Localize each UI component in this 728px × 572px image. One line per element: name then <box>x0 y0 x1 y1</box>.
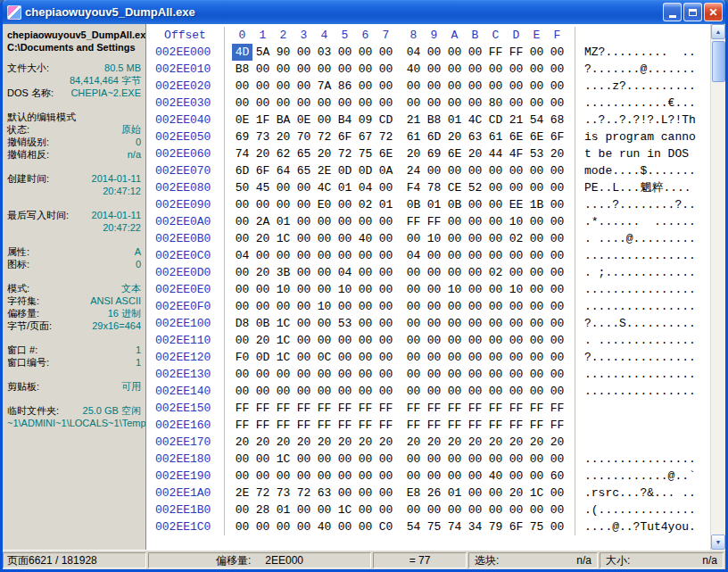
hex-byte[interactable]: 73 <box>252 128 273 145</box>
hex-byte[interactable]: 61 <box>485 128 506 145</box>
hex-byte[interactable]: FF <box>376 417 396 434</box>
hex-byte[interactable]: 00 <box>232 264 252 281</box>
hex-byte[interactable]: 40 <box>355 230 376 247</box>
hex-row-ascii[interactable]: ................ <box>575 383 710 400</box>
hex-byte[interactable]: 0B <box>444 196 465 213</box>
hex-byte[interactable]: 00 <box>547 44 567 61</box>
hex-byte[interactable]: 00 <box>424 468 444 485</box>
hex-byte[interactable]: E0 <box>314 196 335 213</box>
hex-byte[interactable]: 00 <box>485 230 506 247</box>
hex-byte[interactable]: 00 <box>252 468 273 485</box>
hex-row-ascii[interactable]: . ....@......... <box>575 230 710 247</box>
hex-byte[interactable]: 00 <box>403 451 424 468</box>
hex-byte[interactable]: 00 <box>547 78 567 95</box>
hex-byte[interactable]: 1C <box>273 332 294 349</box>
hex-byte[interactable]: 10 <box>506 213 526 230</box>
hex-byte[interactable]: 00 <box>485 61 506 78</box>
hex-byte[interactable]: 20 <box>273 434 294 451</box>
hex-byte[interactable]: 00 <box>526 61 547 78</box>
hex-byte[interactable]: 00 <box>273 383 294 400</box>
hex-byte[interactable]: 00 <box>506 95 526 112</box>
hex-byte[interactable]: 00 <box>232 518 252 535</box>
hex-byte[interactable]: 01 <box>273 213 294 230</box>
hex-byte[interactable]: 00 <box>273 196 294 213</box>
hex-row-ascii[interactable]: MZ?......... .. <box>575 44 710 61</box>
scrollbar-thumb[interactable] <box>712 41 725 82</box>
hex-byte[interactable]: 00 <box>424 44 444 61</box>
hex-byte[interactable]: FF <box>526 417 547 434</box>
hex-byte[interactable]: 28 <box>252 502 273 518</box>
hex-byte[interactable]: 10 <box>273 281 294 298</box>
hex-byte[interactable]: 04 <box>355 179 376 196</box>
hex-byte[interactable]: 00 <box>424 162 444 179</box>
hex-byte[interactable]: 00 <box>506 162 526 179</box>
hex-byte[interactable]: 00 <box>485 196 506 213</box>
hex-byte[interactable]: 4F <box>506 145 526 162</box>
hex-byte[interactable]: 00 <box>465 264 485 281</box>
hex-row-ascii[interactable]: ............@..` <box>575 468 710 485</box>
hex-byte[interactable]: 00 <box>376 451 396 468</box>
hex-byte[interactable]: 00 <box>444 44 465 61</box>
hex-byte[interactable]: 00 <box>355 518 376 535</box>
hex-byte[interactable]: 20 <box>335 434 355 451</box>
hex-byte[interactable]: 20 <box>485 434 506 451</box>
hex-byte[interactable]: 00 <box>314 383 335 400</box>
hex-byte[interactable]: 7A <box>314 78 335 95</box>
hex-byte[interactable]: 64 <box>273 162 294 179</box>
hex-byte[interactable]: 00 <box>465 247 485 264</box>
hex-row-ascii[interactable]: ....@..?Tut4you. <box>575 518 710 535</box>
hex-byte[interactable]: 00 <box>526 95 547 112</box>
hex-byte[interactable]: 00 <box>335 332 355 349</box>
hex-byte[interactable]: 00 <box>547 366 567 383</box>
hex-byte[interactable]: 00 <box>335 468 355 485</box>
hex-byte[interactable]: 61 <box>403 128 424 145</box>
hex-byte[interactable]: 04 <box>403 247 424 264</box>
hex-row-ascii[interactable]: t be run in DOS <box>575 145 710 162</box>
hex-byte[interactable]: 00 <box>355 264 376 281</box>
hex-byte[interactable]: 00 <box>335 95 355 112</box>
hex-byte[interactable]: 1B <box>526 196 547 213</box>
hex-byte[interactable]: 00 <box>403 366 424 383</box>
hex-byte[interactable]: FF <box>294 417 314 434</box>
hex-byte[interactable]: 01 <box>376 196 396 213</box>
hex-byte[interactable]: 1C <box>273 349 294 366</box>
hex-byte[interactable]: 6F <box>506 518 526 535</box>
hex-byte[interactable]: 00 <box>547 315 567 332</box>
hex-byte[interactable]: 6E <box>444 145 465 162</box>
hex-byte[interactable]: 00 <box>314 366 335 383</box>
hex-byte[interactable]: 86 <box>335 78 355 95</box>
hex-byte[interactable]: 20 <box>526 434 547 451</box>
hex-byte[interactable]: 00 <box>314 247 335 264</box>
hex-byte[interactable]: EE <box>506 196 526 213</box>
hex-byte[interactable]: 00 <box>376 95 396 112</box>
hex-byte[interactable]: 00 <box>335 61 355 78</box>
hex-byte[interactable]: 00 <box>294 298 314 315</box>
hex-byte[interactable]: 00 <box>444 247 465 264</box>
hex-byte[interactable]: 01 <box>424 196 444 213</box>
hex-byte[interactable]: 10 <box>506 281 526 298</box>
hex-byte[interactable]: 00 <box>314 281 335 298</box>
hex-byte[interactable]: 50 <box>232 179 252 196</box>
hex-byte[interactable]: FF <box>506 44 526 61</box>
hex-byte[interactable]: FF <box>232 417 252 434</box>
hex-byte[interactable]: 02 <box>355 196 376 213</box>
hex-byte[interactable]: FF <box>403 417 424 434</box>
hex-byte[interactable]: 10 <box>335 281 355 298</box>
hex-byte[interactable]: 00 <box>232 213 252 230</box>
hex-byte[interactable]: 00 <box>294 213 314 230</box>
hex-byte[interactable]: 00 <box>485 162 506 179</box>
hex-byte[interactable]: 00 <box>506 179 526 196</box>
hex-byte[interactable]: 54 <box>526 112 547 128</box>
hex-byte[interactable]: 00 <box>232 230 252 247</box>
hex-byte[interactable]: 00 <box>444 366 465 383</box>
hex-byte[interactable]: 00 <box>355 44 376 61</box>
hex-byte[interactable]: 6F <box>335 128 355 145</box>
hex-byte[interactable]: 00 <box>314 112 335 128</box>
scroll-down-button[interactable]: ▼ <box>711 535 725 550</box>
hex-byte[interactable]: 00 <box>526 247 547 264</box>
hex-byte[interactable]: 00 <box>547 213 567 230</box>
hex-byte[interactable]: 00 <box>232 332 252 349</box>
hex-byte[interactable]: 79 <box>485 518 506 535</box>
hex-byte[interactable]: 00 <box>506 468 526 485</box>
hex-byte[interactable]: 00 <box>403 349 424 366</box>
